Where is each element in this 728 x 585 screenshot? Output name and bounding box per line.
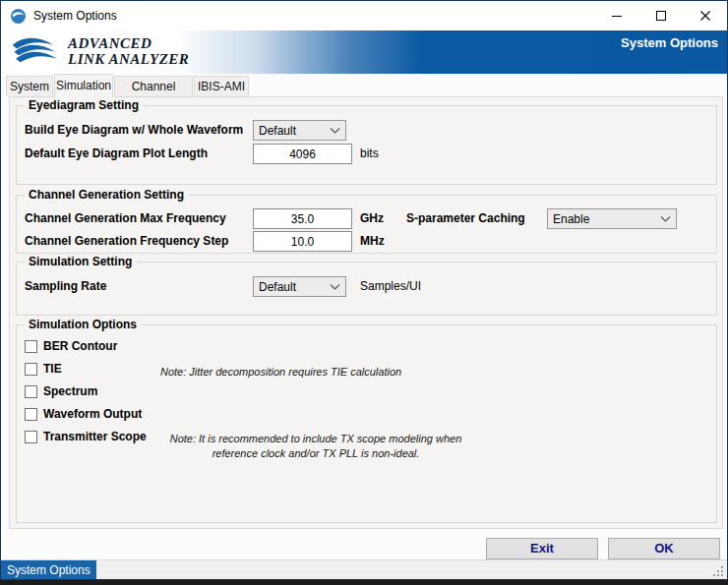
channel-generation-title: Channel Generation Setting xyxy=(25,188,188,202)
chevron-down-icon xyxy=(330,128,340,134)
exit-button[interactable]: Exit xyxy=(486,538,598,559)
tab-system[interactable]: System xyxy=(6,76,53,96)
max-frequency-label: Channel Generation Max Frequency xyxy=(25,211,226,225)
maximize-icon xyxy=(655,10,667,22)
brand-logo: ADVANCED LINK ANALYZER xyxy=(11,33,189,69)
transmitter-scope-note-line1: Note: It is recommended to include TX sc… xyxy=(152,432,479,446)
waveform-output-label: Waveform Output xyxy=(43,407,142,421)
chevron-down-icon xyxy=(660,216,671,222)
sparameter-caching-label: S-parameter Caching xyxy=(406,211,525,225)
max-frequency-input[interactable] xyxy=(253,208,352,229)
eyediagram-setting-group: Eyediagram Setting Build Eye Diagram w/ … xyxy=(16,105,717,185)
waveform-output-row: Waveform Output xyxy=(25,407,142,421)
tab-strip: System Simulation Channel Model IBIS-AMI xyxy=(1,74,727,96)
close-button[interactable] xyxy=(683,1,727,30)
transmitter-scope-row: Transmitter Scope xyxy=(25,430,147,443)
resize-grip-icon[interactable] xyxy=(711,564,724,577)
tie-checkbox[interactable] xyxy=(25,363,37,376)
ok-button[interactable]: OK xyxy=(608,538,720,559)
ber-contour-label: BER Contour xyxy=(43,339,117,353)
brand-line2: LINK ANALYZER xyxy=(68,51,189,67)
brand-logo-text: ADVANCED LINK ANALYZER xyxy=(68,35,189,67)
footer: Exit OK xyxy=(1,529,727,559)
app-icon xyxy=(10,8,27,25)
tab-simulation[interactable]: Simulation xyxy=(54,74,113,97)
chevron-down-icon xyxy=(330,284,340,290)
build-eye-diagram-label: Build Eye Diagram w/ Whole Waveform xyxy=(25,123,243,137)
sampling-rate-label: Sampling Rate xyxy=(25,279,106,293)
status-bar: System Options xyxy=(1,559,727,580)
transmitter-scope-checkbox[interactable] xyxy=(25,431,37,443)
simulation-setting-group: Simulation Setting Sampling Rate Default… xyxy=(16,262,717,316)
status-text: System Options xyxy=(1,560,96,580)
ber-contour-row: BER Contour xyxy=(25,339,117,353)
frequency-step-unit: MHz xyxy=(360,234,385,248)
plot-length-label: Default Eye Diagram Plot Length xyxy=(25,146,208,160)
minimize-icon xyxy=(611,10,623,22)
tab-channel-model[interactable]: Channel Model xyxy=(114,76,193,96)
spectrum-row: Spectrum xyxy=(25,384,97,398)
waveform-output-checkbox[interactable] xyxy=(25,408,37,421)
sparameter-caching-value: Enable xyxy=(553,212,589,226)
maximize-button[interactable] xyxy=(638,1,683,30)
brand-logo-icon xyxy=(11,33,62,69)
transmitter-scope-label: Transmitter Scope xyxy=(43,430,147,443)
tab-ibis-ami[interactable]: IBIS-AMI xyxy=(194,76,249,96)
simulation-options-group: Simulation Options BER Contour TIE Note:… xyxy=(16,324,717,523)
system-options-window: System Options ADVANCED LINK ANALYZER Sy… xyxy=(0,0,728,580)
max-frequency-unit: GHz xyxy=(360,211,384,225)
frequency-step-input[interactable] xyxy=(253,231,352,252)
build-eye-diagram-value: Default xyxy=(259,124,296,138)
close-icon xyxy=(699,10,711,22)
banner-title: System Options xyxy=(621,35,718,50)
simulation-options-title: Simulation Options xyxy=(25,318,141,331)
build-eye-diagram-combobox[interactable]: Default xyxy=(253,120,346,141)
transmitter-scope-note-line2: reference clock and/or TX PLL is non-ide… xyxy=(152,446,479,461)
frequency-step-label: Channel Generation Frequency Step xyxy=(25,234,228,248)
brand-line1: ADVANCED xyxy=(68,35,189,51)
sampling-rate-unit: Samples/UI xyxy=(360,279,421,293)
sampling-rate-value: Default xyxy=(259,280,296,294)
minimize-button[interactable] xyxy=(594,1,638,30)
plot-length-input[interactable] xyxy=(253,144,352,164)
transmitter-scope-note: Note: It is recommended to include TX sc… xyxy=(152,432,479,461)
title-bar[interactable]: System Options xyxy=(1,1,727,30)
channel-generation-group: Channel Generation Setting Channel Gener… xyxy=(16,195,717,254)
window-title: System Options xyxy=(33,9,117,23)
sampling-rate-combobox[interactable]: Default xyxy=(253,276,346,297)
eyediagram-setting-title: Eyediagram Setting xyxy=(25,98,143,112)
tie-row: TIE xyxy=(25,362,62,376)
simulation-setting-title: Simulation Setting xyxy=(25,255,136,268)
ber-contour-checkbox[interactable] xyxy=(25,340,37,353)
spectrum-checkbox[interactable] xyxy=(25,385,37,398)
simulation-tab-panel: Eyediagram Setting Build Eye Diagram w/ … xyxy=(9,96,723,529)
sparameter-caching-combobox[interactable]: Enable xyxy=(547,208,677,229)
tie-label: TIE xyxy=(43,362,62,376)
plot-length-unit: bits xyxy=(360,146,379,160)
header-banner: ADVANCED LINK ANALYZER System Options xyxy=(1,30,727,74)
tie-note: Note: Jitter decomposition requires TIE … xyxy=(160,366,401,378)
spectrum-label: Spectrum xyxy=(43,384,97,398)
